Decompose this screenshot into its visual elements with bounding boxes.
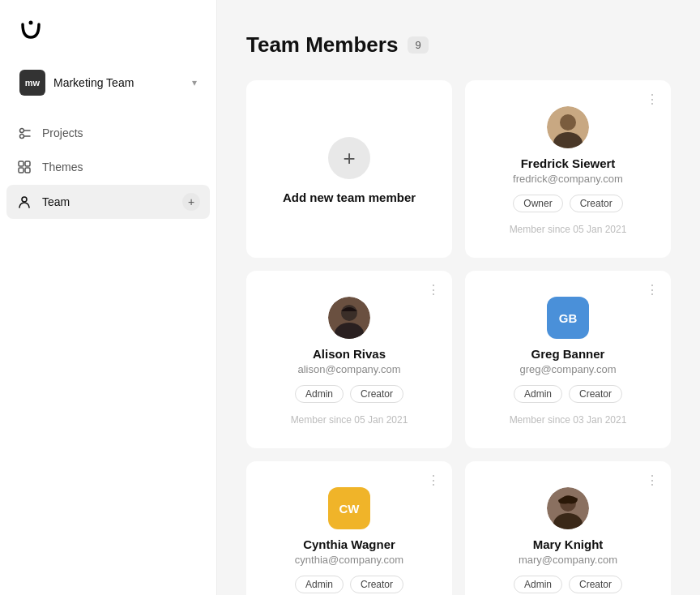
projects-icon [16,125,32,141]
avatar-greg: GB [547,297,589,339]
member-email-cynthia: cynthia@company.com [295,554,403,566]
member-name-greg: Greg Banner [531,347,605,361]
member-name-mary: Mary Knight [533,537,604,551]
member-badges-greg: Admin Creator [514,385,622,403]
badge-admin-cynthia: Admin [295,576,344,593]
member-badges-mary: Admin Creator [514,576,622,593]
sidebar-item-team[interactable]: Team + [6,185,210,219]
themes-icon [16,159,32,175]
member-email-fredrick: fredrick@company.com [513,173,623,185]
avatar-cynthia: CW [328,487,370,529]
chevron-down-icon: ▾ [192,77,197,88]
team-icon [16,194,32,210]
badge-admin-alison: Admin [295,385,344,403]
member-count-badge: 9 [408,36,428,54]
sidebar-item-projects[interactable]: Projects [6,117,210,149]
badge-creator: Creator [570,195,623,212]
themes-label: Themes [42,161,200,173]
main-content: Team Members 9 + Add new team member ⋮ F… [217,0,700,595]
svg-rect-8 [25,168,30,173]
svg-point-11 [560,114,576,131]
member-menu-greg[interactable]: ⋮ [646,282,659,298]
team-members-grid: + Add new team member ⋮ Fredrick Siewert… [246,80,671,595]
svg-point-9 [22,197,27,202]
avatar-fredrick [547,106,589,148]
app-logo [16,16,45,45]
member-name-alison: Alison Rivas [313,347,386,361]
member-badges-fredrick: Owner Creator [513,195,622,212]
add-member-button[interactable]: + [328,137,370,179]
member-menu-cynthia[interactable]: ⋮ [427,473,441,488]
projects-label: Projects [42,126,200,139]
avatar-mary [547,487,589,529]
member-badges-alison: Admin Creator [295,385,403,403]
svg-rect-5 [19,161,23,166]
sidebar-nav: Projects Themes Team + [0,107,216,229]
team-label: Team [42,195,173,208]
member-card-greg: ⋮ GB Greg Banner greg@company.com Admin … [465,271,671,448]
member-since-fredrick: Member since 05 Jan 2021 [510,224,627,235]
member-menu-mary[interactable]: ⋮ [646,473,659,488]
badge-admin-mary: Admin [514,576,562,593]
member-name-cynthia: Cynthia Wagner [303,537,395,551]
avatar-alison [328,297,370,339]
svg-point-1 [20,129,24,133]
page-title: Team Members [246,32,398,58]
badge-owner: Owner [513,195,562,212]
page-header: Team Members 9 [246,32,671,58]
badge-creator-greg: Creator [569,385,622,403]
member-name-fredrick: Fredrick Siewert [521,156,616,170]
svg-rect-7 [19,168,23,173]
member-menu-fredrick[interactable]: ⋮ [646,92,659,107]
sidebar: mw Marketing Team ▾ Projects [0,0,217,595]
workspace-avatar: mw [19,70,45,96]
member-since-alison: Member since 05 Jan 2021 [291,414,408,426]
member-card-alison: ⋮ Alison Rivas alison@company.com Admin … [246,271,452,448]
member-since-greg: Member since 03 Jan 2021 [510,414,627,426]
member-email-mary: mary@company.com [519,554,617,566]
add-member-label: Add new team member [283,190,416,204]
member-email-alison: alison@company.com [297,363,400,375]
member-card-fredrick: ⋮ Fredrick Siewert fredrick@company.com … [465,80,671,258]
member-menu-alison[interactable]: ⋮ [427,282,441,298]
workspace-selector[interactable]: mw Marketing Team ▾ [6,62,210,104]
badge-creator-alison: Creator [350,385,403,403]
member-badges-cynthia: Admin Creator [295,576,403,593]
sidebar-item-themes[interactable]: Themes [6,151,210,183]
badge-admin-greg: Admin [514,385,562,403]
member-card-mary: ⋮ Mary Knight mary@company.com Admin Cre… [465,461,671,595]
add-member-card[interactable]: + Add new team member [246,80,452,258]
badge-creator-mary: Creator [569,576,622,593]
member-card-cynthia: ⋮ CW Cynthia Wagner cynthia@company.com … [246,461,452,595]
workspace-name: Marketing Team [53,76,184,89]
svg-point-0 [29,21,33,25]
badge-creator-cynthia: Creator [350,576,403,593]
team-add-button[interactable]: + [182,193,200,211]
svg-rect-6 [25,161,30,166]
logo-area [0,0,216,58]
member-email-greg: greg@company.com [519,363,616,375]
svg-point-2 [20,135,24,139]
